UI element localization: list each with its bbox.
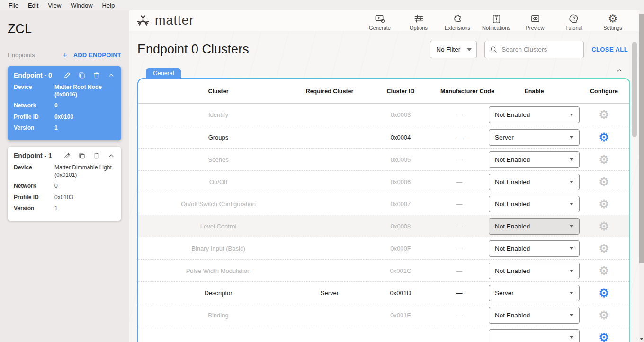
menu-file[interactable]: File [4,2,23,9]
enable-value: Not Enabled [495,201,570,208]
endpoint-card-title: Endpoint - 0 [14,71,63,79]
window-scrollbar-thumb[interactable] [639,14,644,263]
cluster-name: Pulse Width Modulation [138,267,298,274]
enable-dropdown[interactable]: Server [489,285,580,301]
enable-value: Server [495,134,570,141]
enable-value: Not Enabled [495,312,570,319]
enable-value: Not Enabled [495,223,570,230]
menu-window[interactable]: Window [66,2,97,9]
cluster-id: 0x0005 [361,156,440,163]
action-label: Settings [603,25,622,31]
cluster-row: Identify 0x0003 — Not Enabled ⚙ [138,104,629,126]
edit-icon[interactable] [63,152,71,159]
enable-dropdown[interactable]: Not Enabled [489,240,580,257]
configure-gear-icon[interactable]: ⚙ [599,332,609,342]
cluster-name: Scenes [138,156,298,163]
col-cluster: Cluster [138,88,298,95]
matter-logo-icon [136,14,150,28]
action-label: Extensions [445,25,470,31]
menu-edit[interactable]: Edit [23,2,43,9]
preview-button[interactable]: Preview [518,10,552,31]
field-label: Profile ID [14,193,54,201]
configure-gear-icon[interactable]: ⚙ [599,243,609,254]
field-value: Matter Dimmable Light (0x0101) [54,164,115,179]
field-value: Matter Root Node (0x0016) [54,83,115,98]
generate-button[interactable]: Generate [363,10,397,31]
field-value: 1 [54,204,115,212]
enable-dropdown[interactable]: Not Enabled [489,196,580,212]
enable-dropdown[interactable]: Not Enabled [489,174,580,190]
cluster-name: Level Control [138,223,298,230]
matter-brand: matter [136,13,194,28]
copy-icon[interactable] [78,71,86,79]
tutorial-icon [569,13,580,24]
manufacturer-code: — [440,267,478,274]
close-all-button[interactable]: CLOSE ALL [591,46,628,53]
edit-icon[interactable] [63,71,71,79]
extensions-button[interactable]: Extensions [440,10,474,31]
field-value: 0 [54,182,115,190]
settings-button[interactable]: ⚙ Settings [596,10,630,31]
endpoints-sidebar: ZCL Endpoints + ADD ENDPOINT Endpoint - … [0,10,129,342]
search-clusters-input[interactable] [501,46,579,53]
manufacturer-code: — [440,312,478,319]
cluster-id: 0x0006 [361,178,440,185]
enable-dropdown[interactable] [489,329,580,342]
add-endpoint-button[interactable]: + ADD ENDPOINT [63,51,121,60]
collapse-panel-button[interactable] [616,67,623,76]
delete-icon[interactable] [93,152,100,159]
window-scrollbar[interactable] [639,10,644,342]
endpoint-card-title: Endpoint - 1 [14,152,63,159]
chevron-down-icon [570,203,573,205]
manufacturer-code: — [440,289,478,297]
scroll-down-arrow[interactable] [639,335,644,342]
chevron-down-icon [570,114,573,116]
enable-dropdown[interactable]: Not Enabled [489,307,580,324]
configure-gear-icon[interactable]: ⚙ [599,132,609,143]
enable-dropdown[interactable]: Not Enabled [489,263,580,279]
enable-dropdown[interactable]: Not Enabled [489,151,580,168]
chevron-up-icon [616,67,623,74]
chevron-up-icon[interactable] [107,71,115,79]
configure-gear-icon[interactable]: ⚙ [599,198,609,210]
table-header: Cluster Required Cluster Cluster ID Manu… [138,79,629,104]
action-label: Generate [369,25,391,31]
settings-icon: ⚙ [608,13,618,24]
tab-general[interactable]: General [146,68,181,79]
endpoints-label: Endpoints [8,52,35,59]
enable-dropdown[interactable]: Not Enabled [489,218,580,235]
enable-dropdown[interactable]: Server [489,129,580,146]
col-cluster-id: Cluster ID [361,88,440,95]
configure-gear-icon[interactable]: ⚙ [599,109,609,121]
configure-gear-icon[interactable]: ⚙ [599,309,609,321]
cluster-name: Identify [138,111,298,118]
enable-value: Not Enabled [495,156,570,163]
chevron-down-icon [570,270,573,272]
content-scrollbar-thumb[interactable] [632,42,637,137]
options-button[interactable]: Options [402,10,436,31]
configure-gear-icon[interactable]: ⚙ [599,265,609,277]
field-label: Network [14,182,54,190]
configure-gear-icon[interactable]: ⚙ [599,220,609,232]
tutorial-button[interactable]: Tutorial [557,10,591,31]
configure-gear-icon[interactable]: ⚙ [599,154,609,166]
menu-view[interactable]: View [43,2,66,9]
chevron-down-icon [570,314,573,316]
endpoint-card[interactable]: Endpoint - 0 [8,66,121,140]
field-label: Version [14,204,54,212]
col-required-cluster: Required Cluster [298,88,361,95]
configure-gear-icon[interactable]: ⚙ [599,176,609,188]
cluster-name: Binding [138,312,298,319]
manufacturer-code: — [440,245,478,252]
configure-gear-icon[interactable]: ⚙ [599,287,609,299]
delete-icon[interactable] [93,71,100,79]
enable-dropdown[interactable]: Not Enabled [489,106,580,123]
enable-value: Not Enabled [495,178,570,185]
chevron-up-icon[interactable] [107,152,115,159]
top-toolbar: matter Generate Options Extensions Noti [129,10,644,31]
copy-icon[interactable] [78,152,86,159]
filter-dropdown[interactable]: No Filter [430,41,477,58]
notifications-button[interactable]: Notifications [479,10,513,31]
endpoint-card[interactable]: Endpoint - 1 [8,147,121,221]
menu-help[interactable]: Help [98,2,120,9]
